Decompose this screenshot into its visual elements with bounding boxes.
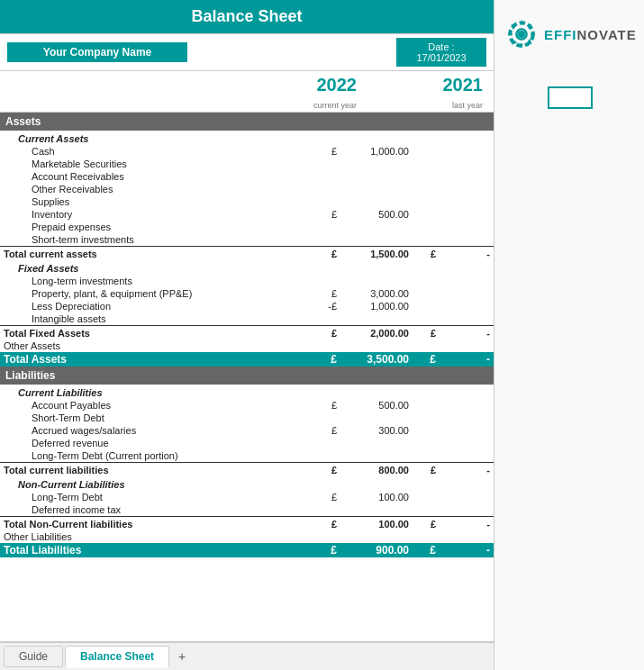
other-liab-label: Other Liabilities xyxy=(0,530,313,543)
long-term-inv-label: Long-term investments xyxy=(0,275,313,287)
account-rec-label: Account Receivables xyxy=(0,170,313,183)
sheet-title: Balance Sheet xyxy=(0,0,494,34)
deferred-rev-row: Deferred revenue xyxy=(0,437,494,449)
date-value: 17/01/2023 xyxy=(410,52,473,63)
tab-balance-sheet[interactable]: Balance Sheet xyxy=(65,646,169,668)
deferred-rev-label: Deferred revenue xyxy=(0,437,313,449)
total-fa-label: Total Fixed Assets xyxy=(0,326,313,340)
other-assets-label: Other Assets xyxy=(0,340,313,352)
deferred-tax-row: Deferred income tax xyxy=(0,503,494,517)
year-2022-sub: current year xyxy=(274,99,364,112)
year-2022: 2022 xyxy=(274,71,364,99)
supplies-row: Supplies xyxy=(0,195,494,208)
total-assets-label: Total Assets xyxy=(0,352,313,367)
long-term-inv-row: Long-term investments xyxy=(0,275,494,287)
cash-row: Cash £ 1,000.00 xyxy=(0,145,494,158)
color-box xyxy=(548,86,593,109)
current-liab-header: Current Liabilities xyxy=(0,385,494,399)
total-cl-row: Total current liabilities £ 800.00 £ - xyxy=(0,463,494,477)
date-label: Date : xyxy=(410,41,473,52)
balance-table: Assets Current Assets Cash £ 1,000.00 xyxy=(0,113,494,641)
ppe-label: Property, plant, & equipment (PP&E) xyxy=(0,287,313,300)
total-assets-row: Total Assets £ 3,500.00 £ - xyxy=(0,352,494,367)
short-term-debt-label: Short-Term Debt xyxy=(0,412,313,424)
other-rec-row: Other Receivables xyxy=(0,183,494,195)
lt-debt-current-row: Long-Term Debt (Current portion) xyxy=(0,449,494,463)
ppe-row: Property, plant, & equipment (PP&E) £ 3,… xyxy=(0,287,494,300)
left-panel: Balance Sheet Your Company Name Date : 1… xyxy=(0,0,494,670)
assets-header: Assets xyxy=(0,113,494,131)
total-ca-label: Total current assets xyxy=(0,247,313,261)
svg-point-3 xyxy=(518,31,525,38)
current-assets-header: Current Assets xyxy=(0,131,494,145)
inventory-amount: 500.00 xyxy=(340,208,413,221)
accrued-wages-row: Accrued wages/salaries £ 300.00 xyxy=(0,424,494,437)
short-term-inv-row: Short-term investments xyxy=(0,233,494,247)
marketable-sec-label: Marketable Securities xyxy=(0,158,313,170)
total-liab-label: Total Liabilities xyxy=(0,543,313,557)
total-ncl-row: Total Non-Current liabilities £ 100.00 £… xyxy=(0,517,494,531)
lt-debt-row: Long-Term Debt £ 100.00 xyxy=(0,491,494,503)
acc-pay-row: Account Payables £ 500.00 xyxy=(0,399,494,412)
acc-pay-label: Account Payables xyxy=(0,399,313,412)
company-name: Your Company Name xyxy=(7,42,187,62)
add-tab[interactable]: + xyxy=(171,646,193,667)
total-ncl-label: Total Non-Current liabilities xyxy=(0,517,313,531)
prepaid-label: Prepaid expenses xyxy=(0,221,313,233)
liabilities-header: Liabilities xyxy=(0,367,494,385)
fixed-assets-header: Fixed Assets xyxy=(0,260,494,275)
total-cl-label: Total current liabilities xyxy=(0,463,313,477)
total-liab-row: Total Liabilities £ 900.00 £ - xyxy=(0,543,494,557)
other-liab-row: Other Liabilities xyxy=(0,530,494,543)
prepaid-row: Prepaid expenses xyxy=(0,221,494,233)
logo-text: EFFINOVATE xyxy=(544,27,637,42)
short-term-inv-label: Short-term investments xyxy=(0,233,313,247)
year-2021: 2021 xyxy=(418,71,490,99)
right-panel: EFFINOVATE xyxy=(494,0,644,670)
inventory-row: Inventory £ 500.00 xyxy=(0,208,494,221)
year-header-row: 2022 current year 2021 last year xyxy=(0,71,494,113)
total-ca-row: Total current assets £ 1,500.00 £ - xyxy=(0,247,494,261)
deferred-tax-label: Deferred income tax xyxy=(0,503,313,517)
marketable-sec-row: Marketable Securities xyxy=(0,158,494,170)
company-row: Your Company Name Date : 17/01/2023 xyxy=(0,34,494,71)
less-dep-label: Less Depreciation xyxy=(0,300,313,312)
short-term-debt-row: Short-Term Debt xyxy=(0,412,494,424)
tab-guide[interactable]: Guide xyxy=(4,646,63,667)
supplies-label: Supplies xyxy=(0,195,313,208)
inventory-label: Inventory xyxy=(0,208,313,221)
spreadsheet-area: Balance Sheet Your Company Name Date : 1… xyxy=(0,0,644,670)
account-rec-row: Account Receivables xyxy=(0,170,494,183)
lt-debt-label: Long-Term Debt xyxy=(0,491,313,503)
cash-currency: £ xyxy=(313,145,340,158)
less-dep-row: Less Depreciation -£ 1,000.00 xyxy=(0,300,494,312)
logo-gear-icon xyxy=(503,16,540,52)
cash-amount: 1,000.00 xyxy=(340,145,413,158)
cash-label: Cash xyxy=(0,145,313,158)
intangible-label: Intangible assets xyxy=(0,312,313,326)
logo-area: EFFINOVATE xyxy=(494,9,644,59)
year-2021-sub: last year xyxy=(418,99,490,112)
non-current-liab-header: Non-Current Liabilities xyxy=(0,476,494,491)
date-box: Date : 17/01/2023 xyxy=(396,38,486,67)
other-assets-row: Other Assets xyxy=(0,340,494,352)
main-container: Balance Sheet Your Company Name Date : 1… xyxy=(0,0,644,670)
accrued-wages-label: Accrued wages/salaries xyxy=(0,424,313,437)
inventory-currency: £ xyxy=(313,208,340,221)
tab-bar: Guide Balance Sheet + xyxy=(0,641,494,670)
total-fa-row: Total Fixed Assets £ 2,000.00 £ - xyxy=(0,326,494,340)
lt-debt-current-label: Long-Term Debt (Current portion) xyxy=(0,449,313,463)
intangible-row: Intangible assets xyxy=(0,312,494,326)
other-rec-label: Other Receivables xyxy=(0,183,313,195)
